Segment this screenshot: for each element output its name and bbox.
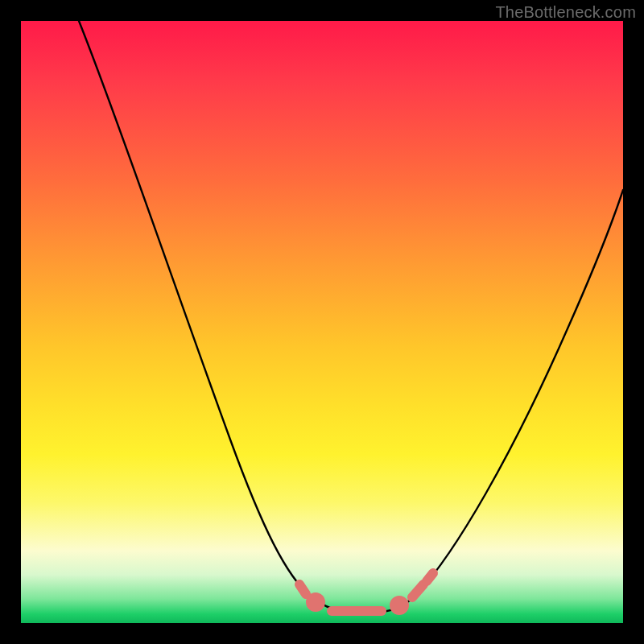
svg-point-1 xyxy=(311,597,320,607)
chart-frame: TheBottleneck.com xyxy=(0,0,644,644)
highlight-dots xyxy=(299,573,433,611)
bottleneck-curve xyxy=(79,21,623,612)
svg-point-3 xyxy=(394,601,404,610)
svg-line-5 xyxy=(427,573,433,581)
svg-line-4 xyxy=(412,584,423,597)
plot-area xyxy=(21,21,623,623)
bottleneck-curve-svg xyxy=(21,21,623,623)
svg-line-0 xyxy=(299,584,306,594)
watermark-text: TheBottleneck.com xyxy=(495,3,636,22)
